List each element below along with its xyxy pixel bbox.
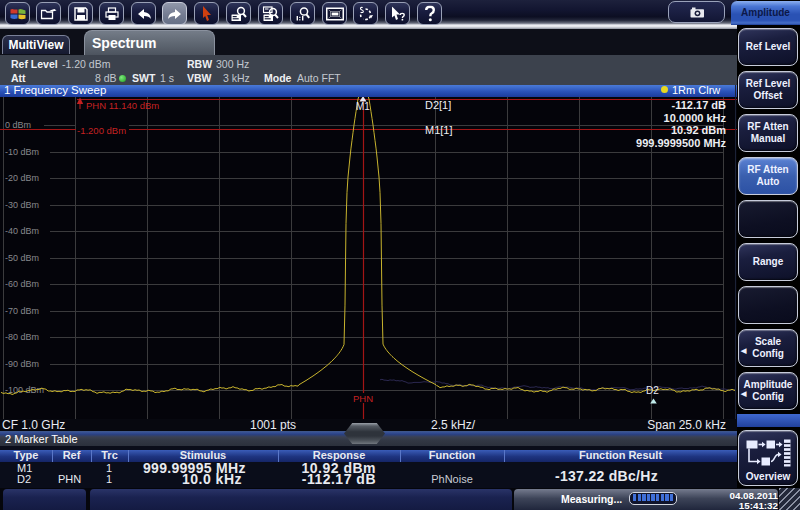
svg-text:-60 dBm: -60 dBm bbox=[5, 279, 39, 289]
svg-text:-1.200 dBm: -1.200 dBm bbox=[77, 125, 126, 136]
svg-text:-80 dBm: -80 dBm bbox=[5, 332, 39, 342]
svg-text:-10 dBm: -10 dBm bbox=[5, 147, 39, 157]
svg-text:-50 dBm: -50 dBm bbox=[5, 253, 39, 263]
svg-text:-40 dBm: -40 dBm bbox=[5, 226, 39, 236]
svg-text:-90 dBm: -90 dBm bbox=[5, 359, 39, 369]
svg-text:0 dBm: 0 dBm bbox=[5, 120, 31, 130]
svg-text:M1: M1 bbox=[356, 101, 370, 112]
svg-text:PHN 11.140 dBm: PHN 11.140 dBm bbox=[86, 100, 159, 111]
svg-text:D2: D2 bbox=[646, 385, 659, 396]
svg-text:-30 dBm: -30 dBm bbox=[5, 200, 39, 210]
svg-text:-20 dBm: -20 dBm bbox=[5, 173, 39, 183]
svg-text:-70 dBm: -70 dBm bbox=[5, 306, 39, 316]
svg-text:PHN: PHN bbox=[353, 393, 373, 404]
